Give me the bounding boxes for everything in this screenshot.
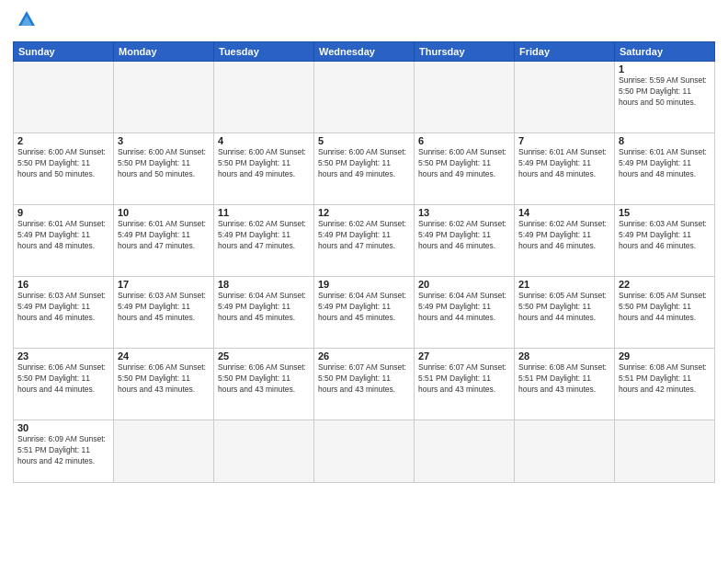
day-number: 25 [218, 350, 310, 362]
weekday-header-wednesday: Wednesday [314, 42, 415, 62]
day-info: Sunrise: 6:01 AM Sunset: 5:49 PM Dayligh… [118, 219, 210, 252]
calendar-cell [214, 62, 314, 133]
calendar-cell: 26Sunrise: 6:07 AM Sunset: 5:50 PM Dayli… [314, 349, 415, 420]
day-info: Sunrise: 6:00 AM Sunset: 5:50 PM Dayligh… [17, 147, 109, 180]
day-number: 23 [17, 350, 109, 362]
day-info: Sunrise: 6:01 AM Sunset: 5:49 PM Dayligh… [17, 219, 109, 252]
day-number: 21 [518, 279, 610, 290]
page: SundayMondayTuesdayWednesdayThursdayFrid… [0, 0, 728, 563]
calendar-cell: 17Sunrise: 6:03 AM Sunset: 5:49 PM Dayli… [114, 277, 214, 349]
calendar-cell [415, 62, 515, 133]
day-number: 3 [118, 135, 210, 146]
day-number: 29 [619, 350, 711, 362]
day-number: 8 [619, 135, 711, 146]
day-info: Sunrise: 5:59 AM Sunset: 5:50 PM Dayligh… [619, 75, 711, 109]
day-number: 19 [318, 279, 410, 290]
day-number: 18 [218, 279, 310, 290]
day-number: 1 [619, 63, 711, 75]
calendar-cell: 11Sunrise: 6:02 AM Sunset: 5:49 PM Dayli… [214, 205, 314, 277]
calendar-cell: 21Sunrise: 6:05 AM Sunset: 5:50 PM Dayli… [515, 277, 615, 349]
weekday-header-tuesday: Tuesday [214, 42, 314, 62]
header [13, 9, 715, 34]
calendar-cell: 13Sunrise: 6:02 AM Sunset: 5:49 PM Dayli… [415, 205, 515, 277]
day-info: Sunrise: 6:07 AM Sunset: 5:51 PM Dayligh… [418, 362, 510, 396]
calendar-cell [314, 62, 415, 133]
calendar-cell: 22Sunrise: 6:05 AM Sunset: 5:50 PM Dayli… [615, 277, 715, 349]
day-info: Sunrise: 6:01 AM Sunset: 5:49 PM Dayligh… [518, 147, 610, 180]
calendar-cell: 8Sunrise: 6:01 AM Sunset: 5:49 PM Daylig… [615, 133, 715, 205]
day-info: Sunrise: 6:06 AM Sunset: 5:50 PM Dayligh… [218, 362, 310, 396]
calendar-cell: 27Sunrise: 6:07 AM Sunset: 5:51 PM Dayli… [415, 349, 515, 420]
day-info: Sunrise: 6:06 AM Sunset: 5:50 PM Dayligh… [118, 362, 210, 396]
day-info: Sunrise: 6:04 AM Sunset: 5:49 PM Dayligh… [418, 291, 510, 324]
calendar-cell: 7Sunrise: 6:01 AM Sunset: 5:49 PM Daylig… [515, 133, 615, 205]
day-number: 6 [418, 135, 510, 146]
logo-area [13, 9, 37, 34]
calendar-cell: 23Sunrise: 6:06 AM Sunset: 5:50 PM Dayli… [14, 349, 114, 420]
calendar-cell: 20Sunrise: 6:04 AM Sunset: 5:49 PM Dayli… [415, 277, 515, 349]
calendar-cell: 3Sunrise: 6:00 AM Sunset: 5:50 PM Daylig… [114, 133, 214, 205]
day-info: Sunrise: 6:05 AM Sunset: 5:50 PM Dayligh… [518, 291, 610, 324]
day-info: Sunrise: 6:02 AM Sunset: 5:49 PM Dayligh… [418, 219, 510, 252]
weekday-header-thursday: Thursday [415, 42, 515, 62]
day-number: 17 [118, 279, 210, 290]
calendar-cell: 10Sunrise: 6:01 AM Sunset: 5:49 PM Dayli… [114, 205, 214, 277]
calendar-cell [615, 420, 715, 483]
day-info: Sunrise: 6:00 AM Sunset: 5:50 PM Dayligh… [218, 147, 310, 180]
week-row-2: 9Sunrise: 6:01 AM Sunset: 5:49 PM Daylig… [14, 205, 715, 277]
day-number: 9 [17, 207, 109, 218]
day-info: Sunrise: 6:03 AM Sunset: 5:49 PM Dayligh… [17, 291, 109, 324]
day-number: 13 [418, 207, 510, 218]
day-info: Sunrise: 6:06 AM Sunset: 5:50 PM Dayligh… [17, 362, 109, 396]
day-info: Sunrise: 6:04 AM Sunset: 5:49 PM Dayligh… [318, 291, 410, 324]
week-row-0: 1Sunrise: 5:59 AM Sunset: 5:50 PM Daylig… [14, 62, 715, 133]
weekday-header-friday: Friday [515, 42, 615, 62]
calendar-cell: 14Sunrise: 6:02 AM Sunset: 5:49 PM Dayli… [515, 205, 615, 277]
day-info: Sunrise: 6:00 AM Sunset: 5:50 PM Dayligh… [318, 147, 410, 180]
calendar-cell [14, 62, 114, 133]
calendar-cell: 12Sunrise: 6:02 AM Sunset: 5:49 PM Dayli… [314, 205, 415, 277]
weekday-header-saturday: Saturday [615, 42, 715, 62]
day-info: Sunrise: 6:00 AM Sunset: 5:50 PM Dayligh… [418, 147, 510, 180]
day-info: Sunrise: 6:09 AM Sunset: 5:51 PM Dayligh… [17, 434, 109, 467]
week-row-1: 2Sunrise: 6:00 AM Sunset: 5:50 PM Daylig… [14, 133, 715, 205]
weekday-header-monday: Monday [114, 42, 214, 62]
day-info: Sunrise: 6:02 AM Sunset: 5:49 PM Dayligh… [318, 219, 410, 252]
week-row-3: 16Sunrise: 6:03 AM Sunset: 5:49 PM Dayli… [14, 277, 715, 349]
day-number: 2 [17, 135, 109, 146]
day-number: 5 [318, 135, 410, 146]
logo-icon [17, 9, 37, 34]
calendar-cell: 28Sunrise: 6:08 AM Sunset: 5:51 PM Dayli… [515, 349, 615, 420]
weekday-header-sunday: Sunday [14, 42, 114, 62]
calendar-cell: 15Sunrise: 6:03 AM Sunset: 5:49 PM Dayli… [615, 205, 715, 277]
logo [13, 9, 37, 34]
day-info: Sunrise: 6:05 AM Sunset: 5:50 PM Dayligh… [619, 291, 711, 324]
day-number: 20 [418, 279, 510, 290]
calendar-cell [314, 420, 415, 483]
day-info: Sunrise: 6:07 AM Sunset: 5:50 PM Dayligh… [318, 362, 410, 396]
day-info: Sunrise: 6:08 AM Sunset: 5:51 PM Dayligh… [518, 362, 610, 396]
day-info: Sunrise: 6:04 AM Sunset: 5:49 PM Dayligh… [218, 291, 310, 324]
calendar-cell: 5Sunrise: 6:00 AM Sunset: 5:50 PM Daylig… [314, 133, 415, 205]
week-row-5: 30Sunrise: 6:09 AM Sunset: 5:51 PM Dayli… [14, 420, 715, 483]
day-info: Sunrise: 6:02 AM Sunset: 5:49 PM Dayligh… [218, 219, 310, 252]
day-info: Sunrise: 6:01 AM Sunset: 5:49 PM Dayligh… [619, 147, 711, 180]
day-number: 4 [218, 135, 310, 146]
day-number: 11 [218, 207, 310, 218]
calendar-cell: 24Sunrise: 6:06 AM Sunset: 5:50 PM Dayli… [114, 349, 214, 420]
day-number: 22 [619, 279, 711, 290]
day-number: 15 [619, 207, 711, 218]
day-number: 27 [418, 350, 510, 362]
day-number: 10 [118, 207, 210, 218]
day-number: 24 [118, 350, 210, 362]
calendar-cell: 9Sunrise: 6:01 AM Sunset: 5:49 PM Daylig… [14, 205, 114, 277]
calendar-cell [515, 62, 615, 133]
calendar-table: SundayMondayTuesdayWednesdayThursdayFrid… [13, 41, 715, 483]
calendar-cell: 18Sunrise: 6:04 AM Sunset: 5:49 PM Dayli… [214, 277, 314, 349]
calendar-cell [114, 420, 214, 483]
day-number: 26 [318, 350, 410, 362]
day-info: Sunrise: 6:03 AM Sunset: 5:49 PM Dayligh… [118, 291, 210, 324]
day-number: 16 [17, 279, 109, 290]
calendar-cell: 29Sunrise: 6:08 AM Sunset: 5:51 PM Dayli… [615, 349, 715, 420]
calendar-cell [214, 420, 314, 483]
